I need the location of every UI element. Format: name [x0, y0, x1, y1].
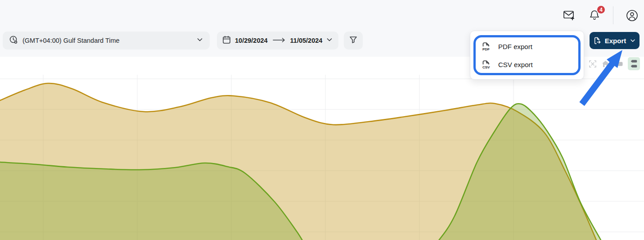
chevron-down-icon [326, 36, 333, 45]
mail-plus-icon[interactable] [563, 9, 576, 22]
notification-count-badge: 4 [596, 5, 606, 14]
topbar-icon-cluster: 4 [563, 5, 639, 25]
export-button-label: Export [605, 37, 626, 45]
filter-button[interactable] [344, 32, 363, 50]
menu-item-label: CSV export [498, 61, 533, 68]
pdf-file-icon: PDF [481, 41, 491, 52]
topbar-divider [613, 6, 613, 24]
chevron-down-icon [196, 36, 203, 45]
svg-text:PDF: PDF [482, 47, 490, 51]
range-arrow-icon [272, 36, 286, 45]
timezone-label: (GMT+04:00) Gulf Standard Time [23, 37, 120, 44]
end-date: 11/05/2024 [290, 37, 323, 44]
menu-item-csv-export[interactable]: CSV CSV export [481, 56, 573, 72]
traffic-area-chart [0, 57, 644, 240]
user-avatar-icon[interactable] [625, 9, 639, 22]
notifications-bell-icon[interactable]: 4 [588, 9, 601, 22]
export-dropdown-menu: PDF PDF export CSV CSV export [470, 31, 584, 80]
timezone-select[interactable]: (GMT+04:00) Gulf Standard Time [3, 32, 210, 50]
chevron-down-icon [630, 37, 636, 44]
start-date: 10/29/2024 [235, 37, 268, 44]
menu-item-label: PDF export [498, 43, 532, 50]
export-file-icon [593, 36, 601, 45]
svg-text:CSV: CSV [482, 65, 490, 69]
menu-item-pdf-export[interactable]: PDF PDF export [481, 38, 573, 54]
filter-funnel-icon [349, 36, 357, 45]
timezone-clock-icon [9, 35, 18, 46]
date-range-picker[interactable]: 10/29/2024 11/05/2024 [217, 32, 338, 50]
calendar-icon [222, 35, 231, 46]
csv-file-icon: CSV [481, 59, 491, 70]
export-button[interactable]: Export [590, 32, 639, 49]
